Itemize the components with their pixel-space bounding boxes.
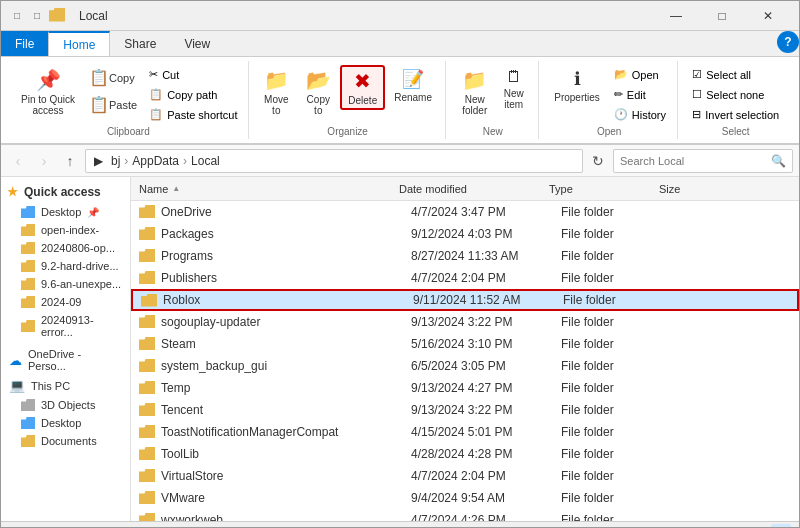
delete-button[interactable]: ✖ Delete (340, 65, 385, 110)
table-row[interactable]: sogouplay-updater9/13/2024 3:22 PMFile f… (131, 311, 799, 333)
select-buttons: ☑ Select all ☐ Select none ⊟ Invert sele… (687, 65, 784, 124)
table-row[interactable]: OneDrive4/7/2024 3:47 PMFile folder (131, 201, 799, 223)
sidebar-item-20240913[interactable]: 20240913-error... (1, 311, 130, 341)
table-row[interactable]: ToastNotificationManagerCompat4/15/2024 … (131, 421, 799, 443)
cut-label: Cut (162, 69, 179, 81)
minimize-button[interactable]: — (653, 1, 699, 31)
search-icon: 🔍 (771, 154, 786, 168)
table-row[interactable]: VirtualStore4/7/2024 2:04 PMFile folder (131, 465, 799, 487)
move-to-button[interactable]: 📁 Moveto (256, 65, 296, 119)
back-button[interactable]: ‹ (7, 150, 29, 172)
forward-button[interactable]: › (33, 150, 55, 172)
table-row[interactable]: Publishers4/7/2024 2:04 PMFile folder (131, 267, 799, 289)
invert-selection-button[interactable]: ⊟ Invert selection (687, 105, 784, 124)
sidebar-20240806-label: 20240806-op... (41, 242, 115, 254)
properties-label: Properties (554, 92, 600, 103)
sidebar-documents[interactable]: Documents (1, 432, 130, 450)
file-type: File folder (561, 469, 671, 483)
window-controls: — □ ✕ (653, 1, 791, 31)
sidebar-onedrive[interactable]: ☁ OneDrive - Perso... (1, 345, 130, 375)
new-item-label: Newitem (504, 88, 524, 110)
sidebar-item-desktop[interactable]: Desktop 📌 (1, 203, 130, 221)
search-bar[interactable]: 🔍 (613, 149, 793, 173)
file-date: 4/7/2024 2:04 PM (411, 469, 561, 483)
history-icon: 🕐 (614, 108, 628, 121)
col-type-header[interactable]: Type (549, 183, 659, 195)
address-bj[interactable]: bj (111, 154, 120, 168)
sidebar-item-96[interactable]: 9.6-an-unexpe... (1, 275, 130, 293)
table-row[interactable]: wxworkweb4/7/2024 4:26 PMFile folder (131, 509, 799, 521)
address-appdata[interactable]: AppData (132, 154, 179, 168)
file-name: VMware (161, 491, 411, 505)
table-row[interactable]: system_backup_gui6/5/2024 3:05 PMFile fo… (131, 355, 799, 377)
col-name-header[interactable]: Name ▲ (139, 183, 399, 195)
nav-bar: ‹ › ↑ ▶ bj › AppData › Local ↻ 🔍 (1, 145, 799, 177)
sidebar-item-202409[interactable]: 2024-09 (1, 293, 130, 311)
address-local[interactable]: Local (191, 154, 220, 168)
copy-path-button[interactable]: 📋 Copy path (144, 85, 242, 104)
refresh-button[interactable]: ↻ (587, 150, 609, 172)
select-none-button[interactable]: ☐ Select none (687, 85, 784, 104)
sidebar-documents-label: Documents (41, 435, 97, 447)
file-folder-icon (139, 227, 155, 240)
col-date-header[interactable]: Date modified (399, 183, 549, 195)
pin-to-quick-button[interactable]: 📌 Pin to Quickaccess (14, 65, 82, 119)
name-col-label: Name (139, 183, 168, 195)
open-edit-group: 📂 Open ✏ Edit 🕐 History (609, 65, 671, 124)
file-rows-container: OneDrive4/7/2024 3:47 PMFile folderPacka… (131, 201, 799, 521)
sidebar-this-pc[interactable]: 💻 This PC (1, 375, 130, 396)
table-row[interactable]: Tencent9/13/2024 3:22 PMFile folder (131, 399, 799, 421)
open-button[interactable]: 📂 Open (609, 65, 671, 84)
close-button[interactable]: ✕ (745, 1, 791, 31)
copy-icon: 📋 (89, 68, 109, 87)
file-name: VirtualStore (161, 469, 411, 483)
file-date: 4/7/2024 3:47 PM (411, 205, 561, 219)
properties-icon: ℹ (574, 68, 581, 90)
table-row[interactable]: ToolLib4/28/2024 4:28 PMFile folder (131, 443, 799, 465)
sidebar-item-20240806[interactable]: 20240806-op... (1, 239, 130, 257)
new-item-button[interactable]: 🗒 Newitem (497, 65, 531, 113)
tab-file[interactable]: File (1, 31, 48, 56)
paste-icon: 📋 (89, 95, 109, 114)
up-button[interactable]: ↑ (59, 150, 81, 172)
sidebar-pc-desktop[interactable]: Desktop (1, 414, 130, 432)
help-button[interactable]: ? (777, 31, 799, 53)
sidebar-20240913-label: 20240913-error... (41, 314, 122, 338)
file-name: wxworkweb (161, 513, 411, 522)
tab-share[interactable]: Share (110, 31, 170, 56)
tiles-view-btn[interactable]: ⊞ (771, 524, 791, 529)
file-name: Tencent (161, 403, 411, 417)
copy-path-icon: 📋 (149, 88, 163, 101)
tab-view[interactable]: View (170, 31, 224, 56)
copy-button[interactable]: 📋 Copy (84, 65, 142, 90)
tab-home[interactable]: Home (48, 31, 110, 56)
star-icon: ★ (7, 185, 18, 199)
rename-button[interactable]: 📝 Rename (387, 65, 439, 106)
address-bar[interactable]: ▶ bj › AppData › Local (85, 149, 583, 173)
table-row[interactable]: Temp9/13/2024 4:27 PMFile folder (131, 377, 799, 399)
table-row[interactable]: VMware9/4/2024 9:54 AMFile folder (131, 487, 799, 509)
edit-button[interactable]: ✏ Edit (609, 85, 671, 104)
cut-button[interactable]: ✂ Cut (144, 65, 242, 84)
sidebar-item-92[interactable]: 9.2-hard-drive... (1, 257, 130, 275)
table-row[interactable]: Roblox9/11/2024 11:52 AMFile folder (131, 289, 799, 311)
table-row[interactable]: Steam5/16/2024 3:10 PMFile folder (131, 333, 799, 355)
history-button[interactable]: 🕐 History (609, 105, 671, 124)
select-all-button[interactable]: ☑ Select all (687, 65, 784, 84)
new-folder-button[interactable]: 📁 Newfolder (455, 65, 495, 119)
sidebar-202409-label: 2024-09 (41, 296, 81, 308)
paste-button[interactable]: 📋 Paste (84, 92, 142, 117)
sidebar-open-index-label: open-index- (41, 224, 99, 236)
sidebar-3d-objects[interactable]: 3D Objects (1, 396, 130, 414)
table-row[interactable]: Programs8/27/2024 11:33 AMFile folder (131, 245, 799, 267)
paste-shortcut-button[interactable]: 📋 Paste shortcut (144, 105, 242, 124)
col-size-header[interactable]: Size (659, 183, 739, 195)
details-view-btn[interactable]: ≡ (747, 524, 767, 529)
202409-folder-icon (21, 296, 35, 308)
search-input[interactable] (620, 155, 767, 167)
properties-button[interactable]: ℹ Properties (547, 65, 607, 106)
table-row[interactable]: Packages9/12/2024 4:03 PMFile folder (131, 223, 799, 245)
copy-to-button[interactable]: 📂 Copyto (298, 65, 338, 119)
maximize-button[interactable]: □ (699, 1, 745, 31)
sidebar-item-open-index[interactable]: open-index- (1, 221, 130, 239)
